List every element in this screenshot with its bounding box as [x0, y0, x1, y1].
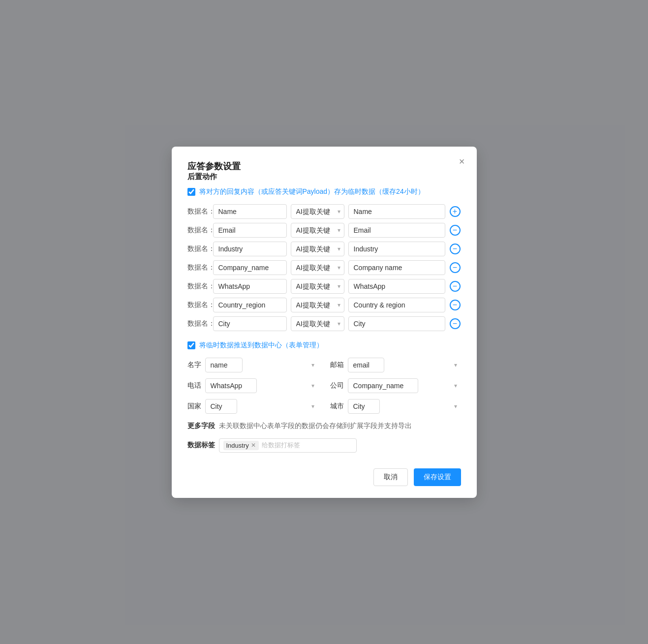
form-field-right-2: 城市City	[330, 399, 461, 414]
form-field-select-wrapper-right-0: email	[348, 358, 461, 372]
form-field-label-left-2: 国家	[187, 402, 201, 411]
extract-select-3[interactable]: AI提取关键信息直接获取固定值	[291, 260, 344, 275]
remove-row-button-2[interactable]: −	[449, 243, 461, 255]
data-rows-container: 数据名：AI提取关键信息直接获取固定值+数据名：AI提取关键信息直接获取固定值−…	[187, 204, 461, 331]
form-field-label-right-1: 公司	[330, 381, 344, 390]
extract-select-1[interactable]: AI提取关键信息直接获取固定值	[291, 223, 344, 238]
data-row-3: 数据名：AI提取关键信息直接获取固定值−	[187, 260, 461, 275]
form-field-label-right-0: 邮箱	[330, 361, 344, 369]
tag-row: 数据标签 Industry✕给数据打标签	[187, 438, 461, 453]
data-name-input-0[interactable]	[213, 204, 287, 219]
form-field-select-right-0[interactable]: email	[348, 358, 384, 372]
remove-row-button-4[interactable]: −	[449, 280, 461, 292]
data-row-0: 数据名：AI提取关键信息直接获取固定值+	[187, 204, 461, 219]
extract-select-0[interactable]: AI提取关键信息直接获取固定值	[291, 204, 344, 219]
data-value-input-4[interactable]	[348, 279, 445, 294]
data-row-5: 数据名：AI提取关键信息直接获取固定值−	[187, 298, 461, 312]
minus-icon: −	[450, 281, 461, 292]
form-field-select-left-1[interactable]: WhatsApp	[205, 378, 257, 393]
form-field-select-right-1[interactable]: Company_name	[348, 378, 418, 393]
minus-icon: −	[450, 244, 461, 254]
select-wrapper-4: AI提取关键信息直接获取固定值	[291, 279, 344, 294]
tag-close-0[interactable]: ✕	[251, 442, 256, 448]
data-value-input-0[interactable]	[348, 204, 445, 219]
tag-text-0: Industry	[226, 442, 249, 449]
minus-icon: −	[450, 300, 461, 310]
dialog-footer: 取消 保存设置	[187, 464, 461, 486]
data-row-label-3: 数据名：	[187, 263, 209, 272]
data-row-label-2: 数据名：	[187, 245, 209, 253]
close-button[interactable]: ×	[459, 156, 465, 166]
form-field-select-wrapper-left-0: name	[205, 358, 318, 372]
data-value-input-5[interactable]	[348, 298, 445, 312]
data-name-input-6[interactable]	[213, 316, 287, 331]
data-row-4: 数据名：AI提取关键信息直接获取固定值−	[187, 279, 461, 294]
data-name-input-4[interactable]	[213, 279, 287, 294]
extract-select-2[interactable]: AI提取关键信息直接获取固定值	[291, 242, 344, 256]
form-field-label-left-1: 电话	[187, 381, 201, 390]
form-field-label-right-2: 城市	[330, 402, 344, 411]
data-name-input-3[interactable]	[213, 260, 287, 275]
form-field-select-right-2[interactable]: City	[348, 399, 380, 414]
data-value-input-2[interactable]	[348, 242, 445, 256]
data-row-label-0: 数据名：	[187, 207, 209, 216]
checkbox-row-1: 将对方的回复内容（或应答关键词Payload）存为临时数据（缓存24小时）	[187, 187, 461, 196]
minus-icon: −	[450, 262, 461, 273]
form-field-left-1: 电话WhatsApp	[187, 378, 318, 393]
more-fields-desc: 未关联数据中心表单字段的数据仍会存储到扩展字段并支持导出	[219, 422, 412, 430]
checkbox-temp-data-label[interactable]: 将对方的回复内容（或应答关键词Payload）存为临时数据（缓存24小时）	[199, 187, 425, 196]
remove-row-button-6[interactable]: −	[449, 318, 461, 330]
dialog-title: 应答参数设置	[187, 161, 241, 171]
remove-row-button-3[interactable]: −	[449, 262, 461, 274]
checkbox-datacenter-label[interactable]: 将临时数据推送到数据中心（表单管理）	[199, 341, 323, 350]
extract-select-6[interactable]: AI提取关键信息直接获取固定值	[291, 316, 344, 331]
checkbox-temp-data[interactable]	[187, 188, 195, 196]
section-divider: 将临时数据推送到数据中心（表单管理）	[187, 341, 461, 350]
checkbox-datacenter[interactable]	[187, 341, 195, 349]
form-field-label-left-0: 名字	[187, 361, 201, 369]
data-row-1: 数据名：AI提取关键信息直接获取固定值−	[187, 223, 461, 238]
data-name-input-2[interactable]	[213, 242, 287, 256]
select-wrapper-3: AI提取关键信息直接获取固定值	[291, 260, 344, 275]
form-field-left-0: 名字name	[187, 358, 318, 372]
more-fields-label: 更多字段	[187, 422, 215, 430]
form-field-select-left-0[interactable]: name	[205, 358, 243, 372]
tags-container[interactable]: Industry✕给数据打标签	[219, 438, 357, 453]
form-field-select-wrapper-right-2: City	[348, 399, 461, 414]
select-wrapper-0: AI提取关键信息直接获取固定值	[291, 204, 344, 219]
data-name-input-5[interactable]	[213, 298, 287, 312]
checkbox-row-2: 将临时数据推送到数据中心（表单管理）	[187, 341, 461, 350]
form-field-right-1: 公司Company_name	[330, 378, 461, 393]
form-field-select-left-2[interactable]: City	[205, 399, 237, 414]
form-field-select-wrapper-left-2: City	[205, 399, 318, 414]
plus-icon: +	[450, 206, 461, 217]
data-row-label-1: 数据名：	[187, 226, 209, 235]
select-wrapper-5: AI提取关键信息直接获取固定值	[291, 298, 344, 312]
form-field-select-wrapper-right-1: Company_name	[348, 378, 461, 393]
select-wrapper-2: AI提取关键信息直接获取固定值	[291, 242, 344, 256]
data-value-input-1[interactable]	[348, 223, 445, 238]
data-value-input-6[interactable]	[348, 316, 445, 331]
minus-icon: −	[450, 225, 461, 236]
add-row-button-0[interactable]: +	[449, 206, 461, 217]
section-title: 后置动作	[187, 172, 461, 182]
data-row-label-6: 数据名：	[187, 319, 209, 328]
more-fields-row: 更多字段 未关联数据中心表单字段的数据仍会存储到扩展字段并支持导出	[187, 422, 461, 430]
form-field-select-wrapper-left-1: WhatsApp	[205, 378, 318, 393]
form-field-left-2: 国家City	[187, 399, 318, 414]
data-row-label-5: 数据名：	[187, 301, 209, 309]
tag-placeholder: 给数据打标签	[262, 441, 300, 450]
cancel-button[interactable]: 取消	[373, 468, 408, 486]
dialog: 应答参数设置 × 后置动作 将对方的回复内容（或应答关键词Payload）存为临…	[172, 147, 477, 498]
extract-select-4[interactable]: AI提取关键信息直接获取固定值	[291, 279, 344, 294]
data-name-input-1[interactable]	[213, 223, 287, 238]
remove-row-button-5[interactable]: −	[449, 299, 461, 311]
data-row-label-4: 数据名：	[187, 282, 209, 291]
data-value-input-3[interactable]	[348, 260, 445, 275]
select-wrapper-1: AI提取关键信息直接获取固定值	[291, 223, 344, 238]
modal-overlay: 应答参数设置 × 后置动作 将对方的回复内容（或应答关键词Payload）存为临…	[0, 0, 648, 644]
remove-row-button-1[interactable]: −	[449, 224, 461, 236]
select-wrapper-6: AI提取关键信息直接获取固定值	[291, 316, 344, 331]
save-button[interactable]: 保存设置	[414, 468, 461, 486]
extract-select-5[interactable]: AI提取关键信息直接获取固定值	[291, 298, 344, 312]
